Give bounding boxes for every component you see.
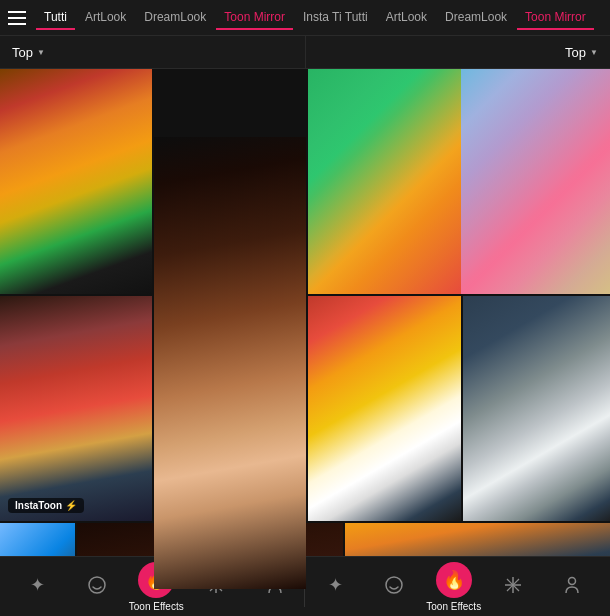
cell-man-dog[interactable] bbox=[463, 296, 610, 521]
sort-button-left[interactable]: Top ▼ bbox=[12, 45, 45, 60]
sort-label-left: Top bbox=[12, 45, 33, 60]
sticker-icon bbox=[85, 573, 109, 597]
bottom-nav-sticker1[interactable] bbox=[67, 573, 126, 600]
nav-tab-tutti[interactable]: Tutti bbox=[36, 6, 75, 30]
toon-effects-label-left: Toon Effects bbox=[129, 601, 184, 612]
nav-tab-toonmirror2[interactable]: Toon Mirror bbox=[517, 6, 594, 30]
cell-vintage-woman[interactable]: InstaToon ⚡ bbox=[0, 296, 152, 521]
cell-cartoon-kids[interactable] bbox=[308, 69, 610, 294]
svg-point-6 bbox=[386, 577, 402, 593]
bottom-nav-sparkle2[interactable] bbox=[483, 573, 542, 600]
cell-forest[interactable] bbox=[0, 69, 152, 294]
hamburger-menu[interactable] bbox=[8, 6, 32, 30]
bottom-nav-magic1[interactable]: ✦ bbox=[8, 573, 67, 600]
fire-icon-right: 🔥 bbox=[436, 562, 472, 598]
sort-label-right: Top bbox=[565, 45, 586, 60]
filter-row-left: Top ▼ bbox=[0, 36, 305, 68]
bottom-nav-magic2[interactable]: ✦ bbox=[305, 573, 364, 600]
cell-woman[interactable] bbox=[154, 137, 306, 589]
bottom-nav-person2[interactable] bbox=[543, 573, 602, 600]
sticker-icon-right bbox=[382, 573, 406, 597]
instatoon-badge-overlay: InstaToon ⚡ bbox=[8, 495, 84, 513]
nav-tab-toonmirror1[interactable]: Toon Mirror bbox=[216, 6, 293, 30]
nav-tab-dreamlook2[interactable]: DreamLook bbox=[437, 6, 515, 30]
wand-icon-right: ✦ bbox=[323, 573, 347, 597]
nav-tab-artlook2[interactable]: ArtLook bbox=[378, 6, 435, 30]
svg-point-11 bbox=[569, 578, 576, 585]
nav-tab-dreamlook1[interactable]: DreamLook bbox=[136, 6, 214, 30]
bottom-nav-toon-effects-right[interactable]: 🔥 Toon Effects bbox=[424, 562, 483, 612]
sort-arrow-right: ▼ bbox=[590, 48, 598, 57]
nav-tab-instatitutti[interactable]: Insta Ti Tutti bbox=[295, 6, 376, 30]
person-icon-right bbox=[560, 573, 584, 597]
filter-row-right: Top ▼ bbox=[306, 36, 611, 68]
nav-tab-artlook1[interactable]: ArtLook bbox=[77, 6, 134, 30]
nav-tab-list: Tutti ArtLook DreamLook Toon Mirror Inst… bbox=[36, 6, 602, 30]
sort-arrow-left: ▼ bbox=[37, 48, 45, 57]
top-navigation: Tutti ArtLook DreamLook Toon Mirror Inst… bbox=[0, 0, 610, 36]
sort-button-right[interactable]: Top ▼ bbox=[565, 45, 598, 60]
svg-point-0 bbox=[89, 577, 105, 593]
nav-tab-instatoon[interactable]: Insta Toon bbox=[596, 6, 602, 30]
toon-effects-label-right: Toon Effects bbox=[426, 601, 481, 612]
sparkle-icon-right bbox=[501, 573, 525, 597]
cell-fox[interactable] bbox=[308, 296, 461, 521]
wand-icon: ✦ bbox=[26, 573, 50, 597]
bottom-nav-sticker2[interactable] bbox=[365, 573, 424, 600]
